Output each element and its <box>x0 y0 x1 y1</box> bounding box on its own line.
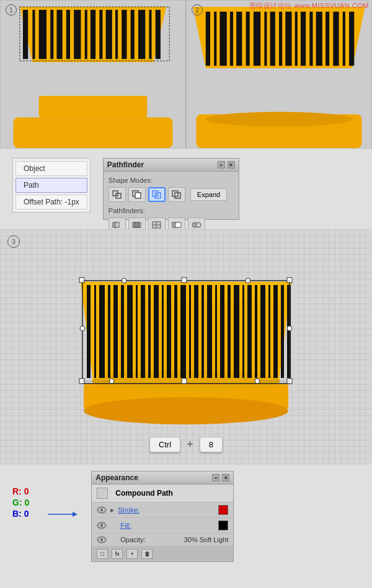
appearance-close-btn[interactable]: ✕ <box>222 474 229 481</box>
large-chair-svg <box>62 251 310 443</box>
svg-rect-77 <box>141 285 145 378</box>
opacity-label: Opacity: <box>120 536 180 543</box>
svg-rect-98 <box>281 285 284 378</box>
svg-rect-35 <box>301 12 306 66</box>
pathfinder-titlebar: Pathfinder « ✕ <box>104 159 239 172</box>
svg-rect-79 <box>154 285 159 378</box>
svg-rect-102 <box>287 278 292 283</box>
svg-rect-17 <box>149 10 151 59</box>
footer-icon-layer[interactable]: □ <box>97 549 108 559</box>
svg-rect-30 <box>264 12 267 66</box>
ctrl-key: Ctrl <box>149 437 180 452</box>
svg-rect-28 <box>246 12 250 66</box>
stroke-arrow-icon: ▶ <box>110 507 114 513</box>
pathfinder-collapse-btn[interactable]: « <box>218 161 225 169</box>
svg-point-42 <box>206 112 352 126</box>
expand-button[interactable]: Expand <box>190 188 227 201</box>
svg-rect-11 <box>99 10 102 59</box>
svg-rect-24 <box>214 12 216 66</box>
stroke-visibility-icon[interactable] <box>97 506 107 514</box>
footer-icon-fx[interactable]: fx <box>112 549 123 559</box>
pathfinder-body: Shape Modes: Expand <box>104 172 239 237</box>
opacity-visibility-icon[interactable] <box>97 536 107 543</box>
middle-section: Object Path Offset Path: -1px Pathfinder… <box>0 149 372 229</box>
svg-rect-88 <box>215 285 217 378</box>
stroke-row: ▶ Stroke: <box>92 502 233 518</box>
barcode-svg-2 <box>187 1 371 148</box>
svg-rect-75 <box>127 285 133 378</box>
appearance-titlebar: Appearance « ✕ <box>92 472 233 485</box>
shape-btn-intersect[interactable] <box>148 187 166 202</box>
menu-item-path[interactable]: Path <box>16 178 87 193</box>
svg-point-124 <box>100 538 103 541</box>
svg-rect-39 <box>333 12 339 66</box>
barcode-svg-1 <box>1 1 185 148</box>
fill-visibility-icon[interactable] <box>97 522 107 529</box>
shape-btn-exclude[interactable] <box>168 187 185 202</box>
svg-rect-14 <box>122 10 126 59</box>
svg-point-67 <box>84 397 288 424</box>
svg-rect-32 <box>279 12 282 66</box>
svg-rect-71 <box>99 285 105 378</box>
svg-rect-13 <box>115 10 118 59</box>
svg-rect-38 <box>326 12 329 66</box>
stroke-label[interactable]: Stroke: <box>118 506 215 514</box>
svg-rect-49 <box>155 193 158 196</box>
svg-rect-25 <box>219 12 226 66</box>
svg-rect-16 <box>138 10 145 59</box>
stroke-color-swatch[interactable] <box>218 505 228 515</box>
shape-btn-unite[interactable] <box>108 187 126 202</box>
svg-rect-81 <box>167 285 171 378</box>
pathfinder-controls: « ✕ <box>218 161 235 169</box>
pathfinder-close-btn[interactable]: ✕ <box>228 161 235 169</box>
svg-rect-2 <box>23 10 28 59</box>
svg-rect-80 <box>162 285 164 378</box>
panel-number-2: 2 <box>192 4 203 15</box>
appearance-collapse-btn[interactable]: « <box>212 474 219 481</box>
pathfinder-title: Pathfinder <box>107 160 144 169</box>
svg-point-62 <box>196 222 201 227</box>
svg-rect-90 <box>228 285 231 378</box>
fill-label[interactable]: Fill: <box>120 522 215 529</box>
barcode-panel-2: 2 <box>186 0 372 149</box>
svg-rect-53 <box>115 222 119 227</box>
svg-rect-15 <box>131 10 135 59</box>
svg-rect-26 <box>230 12 233 66</box>
barcode-panel-1: 1 <box>0 0 186 149</box>
svg-point-122 <box>100 524 103 527</box>
svg-point-108 <box>287 326 292 331</box>
svg-rect-37 <box>316 12 322 66</box>
svg-rect-89 <box>220 285 224 378</box>
rgb-g-value: G: 0 <box>12 498 29 507</box>
svg-rect-76 <box>136 285 138 378</box>
fill-color-swatch[interactable] <box>218 520 228 530</box>
menu-item-object[interactable]: Object <box>16 161 87 176</box>
svg-point-120 <box>100 509 103 511</box>
footer-icon-delete[interactable]: 🗑 <box>141 549 153 559</box>
pathfinder-panel: Pathfinder « ✕ Shape Modes: <box>103 158 239 220</box>
svg-rect-34 <box>295 12 298 66</box>
svg-rect-87 <box>207 285 212 378</box>
shape-btn-minus-front[interactable] <box>128 187 146 202</box>
top-section: 1 <box>0 0 372 149</box>
svg-rect-97 <box>273 285 278 378</box>
opacity-value[interactable]: 30% Soft Light <box>184 536 229 543</box>
compound-path-label: Compound Path <box>115 489 173 498</box>
svg-rect-82 <box>174 285 177 378</box>
menu-item-offset-path[interactable]: Offset Path: -1px <box>16 195 87 209</box>
footer-icon-new[interactable]: + <box>126 549 138 559</box>
svg-rect-95 <box>260 285 265 378</box>
compound-path-swatch <box>97 488 108 499</box>
rgb-b-value: B: 0 <box>12 509 29 519</box>
svg-rect-70 <box>94 285 96 378</box>
svg-rect-29 <box>254 12 260 66</box>
rgb-display: R: 0 G: 0 B: 0 <box>12 486 29 519</box>
appearance-title: Appearance <box>95 473 138 482</box>
svg-rect-46 <box>135 193 141 198</box>
number-key: 8 <box>200 437 223 452</box>
rgb-r-value: R: 0 <box>12 486 29 496</box>
svg-rect-105 <box>182 278 187 283</box>
svg-rect-18 <box>156 10 161 59</box>
svg-rect-72 <box>108 285 110 378</box>
appearance-footer: □ fx + 🗑 <box>92 546 233 561</box>
